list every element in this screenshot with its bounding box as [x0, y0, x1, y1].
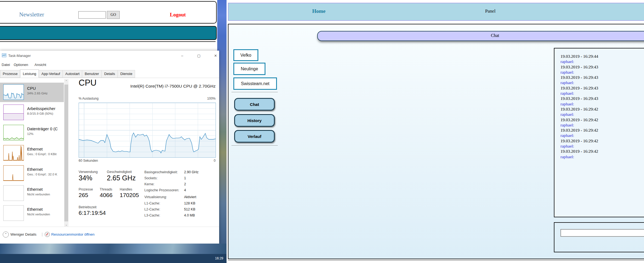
ethernet-mini-chart: [3, 165, 24, 181]
page-bottom-divider: [228, 260, 644, 261]
history-button[interactable]: History: [234, 114, 275, 127]
chat-username-link[interactable]: raphael:: [560, 112, 640, 117]
sidebar-item-ethernet-1[interactable]: Ethernet Ges.: 0 Empf.: 0 KBit: [0, 143, 64, 163]
less-details-button[interactable]: Weniger Details: [10, 232, 36, 236]
chat-timestamp: 19.03.2019 - 16:29:42: [560, 149, 640, 154]
tab-app-verlauf[interactable]: App-Verlauf: [39, 70, 63, 78]
taskbar-clock: 16:29: [215, 254, 223, 263]
tab-prozesse[interactable]: Prozesse: [0, 70, 20, 78]
desktop-wallpaper: [0, 244, 227, 254]
maximize-icon[interactable]: ▢: [195, 52, 203, 59]
sidebar-item-subtitle: Ges.: 0 Empf.: 32.0 K: [27, 173, 57, 176]
go-button[interactable]: GO: [107, 11, 120, 19]
detail-label: L3-Cache:: [144, 213, 160, 217]
task-manager-window: Task-Manager – ▢ ✕ Datei Optionen Ansich…: [0, 51, 219, 244]
sidebar-item-title: Datenträger 0 (C: [27, 126, 58, 131]
tab-leistung[interactable]: Leistung: [20, 70, 39, 78]
chat-timestamp: 19.03.2019 - 16:29:43: [560, 85, 640, 91]
sidebar-item-title: Arbeitsspeicher: [27, 106, 55, 111]
tab-divider: [0, 78, 219, 78]
chat-username-link[interactable]: raphael:: [560, 70, 640, 75]
sidebar-item-subtitle: 12%: [27, 132, 33, 135]
window-title: Task-Manager: [8, 54, 31, 58]
detail-value: 4: [184, 188, 186, 192]
chat-username-link[interactable]: raphael:: [560, 143, 640, 149]
detail-label: Logische Prozessoren:: [144, 188, 179, 192]
uptime-label: Betriebszeit: [79, 205, 96, 209]
x-axis-right-label: 0: [208, 159, 216, 163]
tab-autostart[interactable]: Autostart: [62, 70, 82, 78]
chat-timestamp: 19.03.2019 - 16:29:43: [560, 75, 640, 80]
sidebar-scrollbar[interactable]: ⌃ ⌄: [64, 79, 68, 227]
logout-link[interactable]: Logout: [170, 12, 186, 18]
ethernet-disconnected-chart: [3, 205, 24, 221]
link-neulinge[interactable]: Neulinge: [233, 63, 265, 75]
sidebar-item-subtitle: Nicht verbunden: [27, 213, 50, 216]
minimize-icon[interactable]: –: [178, 52, 186, 59]
tab-details[interactable]: Details: [101, 70, 118, 78]
nav-panel-link[interactable]: Panel: [485, 8, 496, 14]
menu-ansicht[interactable]: Ansicht: [35, 63, 46, 67]
chevron-up-icon[interactable]: ⌃: [3, 232, 9, 238]
detail-value: 2.90 GHz: [184, 170, 199, 174]
taskbar[interactable]: 16:29: [0, 254, 227, 263]
menu-optionen[interactable]: Optionen: [14, 63, 28, 67]
sidebar-item-ethernet-2[interactable]: Ethernet Ges.: 0 Empf.: 32.0 K: [0, 164, 64, 183]
chat-username-link[interactable]: raphael:: [560, 80, 640, 85]
chat-username-link[interactable]: raphael:: [560, 133, 640, 138]
chat-log: 19.03.2019 - 16:29:44 raphael: 19.03.201…: [560, 54, 640, 159]
task-manager-app-icon: [2, 53, 6, 57]
sidebar-item-subtitle: Ges.: 0 Empf.: 0 KBit: [27, 152, 56, 156]
link-swissteam[interactable]: Swissteam.net: [233, 77, 277, 90]
chat-timestamp: 19.03.2019 - 16:29:44: [560, 54, 640, 59]
chat-username-link[interactable]: raphael:: [560, 154, 640, 159]
chat-timestamp: 19.03.2019 - 16:29:43: [560, 64, 640, 70]
verlauf-button[interactable]: Verlauf: [234, 130, 275, 143]
chat-timestamp: 19.03.2019 - 16:29:42: [560, 128, 640, 133]
chat-timestamp: 19.03.2019 - 16:29:42: [560, 117, 640, 122]
sidebar-item-ethernet-4[interactable]: Ethernet Nicht verbunden: [0, 204, 64, 223]
cpu-panel-title: CPU: [79, 78, 96, 88]
nav-home-link[interactable]: Home: [312, 8, 326, 14]
close-icon[interactable]: ✕: [211, 52, 220, 59]
scroll-up-icon[interactable]: ⌃: [64, 79, 68, 83]
tab-dienste[interactable]: Dienste: [118, 70, 135, 78]
newsletter-link[interactable]: Newsletter: [19, 11, 44, 18]
cpu-model-label: Intel(R) Core(TM) i7-7500U CPU @ 2.70GHz: [107, 84, 216, 89]
chat-input-panel: [554, 222, 644, 252]
chat-username-link[interactable]: raphael:: [560, 91, 640, 96]
scroll-down-icon[interactable]: ⌄: [64, 222, 68, 227]
newsletter-search-input[interactable]: [78, 11, 106, 19]
tab-benutzer[interactable]: Benutzer: [82, 70, 102, 78]
sidebar-item-title: CPU: [27, 86, 36, 91]
speed-label: Geschwindigkeit: [107, 170, 132, 174]
open-resource-monitor-link[interactable]: Ressourcenmonitor öffnen: [51, 232, 95, 236]
sidebar-item-subtitle: 34% 2.65 GHz: [27, 92, 48, 95]
tab-bar: Prozesse Leistung App-Verlauf Autostart …: [0, 70, 135, 78]
chat-timestamp: 19.03.2019 - 16:29:42: [560, 106, 640, 112]
usage-label: Verwendung: [79, 170, 98, 174]
cpu-mini-chart: [3, 84, 24, 100]
chat-username-link[interactable]: raphael:: [560, 59, 640, 64]
chat-button[interactable]: Chat: [234, 98, 275, 111]
separator-line: [231, 145, 278, 146]
scrollbar-thumb[interactable]: [64, 85, 68, 221]
chat-username-link[interactable]: raphael:: [560, 122, 640, 128]
link-vefko[interactable]: Vefko: [233, 49, 258, 61]
sidebar-item-title: Ethernet: [27, 147, 43, 151]
detail-label: L2-Cache:: [144, 207, 160, 211]
handles-label: Handles: [120, 187, 132, 191]
detail-label: Kerne:: [144, 182, 154, 186]
sidebar-item-cpu[interactable]: CPU 34% 2.65 GHz: [0, 83, 64, 102]
sidebar-item-title: Ethernet: [27, 167, 43, 172]
sidebar-item-datentraeger[interactable]: Datenträger 0 (C 12%: [0, 123, 64, 143]
menu-datei[interactable]: Datei: [2, 63, 10, 67]
sidebar-item-arbeitsspeicher[interactable]: Arbeitsspeicher 8.0/15.9 GB (50%): [0, 103, 64, 122]
usage-value: 34%: [79, 174, 92, 182]
sidebar-item-subtitle: 8.0/15.9 GB (50%): [27, 112, 53, 115]
sidebar-item-ethernet-3[interactable]: Ethernet Nicht verbunden: [0, 184, 64, 203]
ethernet-disconnected-chart: [3, 185, 24, 201]
chat-message-input[interactable]: [560, 229, 644, 237]
memory-mini-chart: [3, 105, 24, 120]
chat-username-link[interactable]: raphael:: [560, 101, 640, 106]
